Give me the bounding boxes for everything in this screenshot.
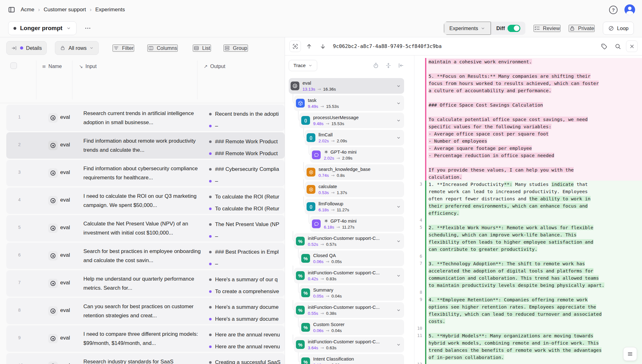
trace-node-row[interactable]: task9.49s→15.53s <box>294 95 404 111</box>
trace-view-selector[interactable]: Trace <box>289 60 317 71</box>
breadcrumb-project[interactable]: Customer support <box>44 7 86 13</box>
trace-node-row[interactable]: ()processUserMessage9.48s→15.53s <box>299 113 404 128</box>
diff-line-text: scheduling, which can improve work-life … <box>426 231 642 238</box>
trace-node-row[interactable]: eval13.13s→16.36s <box>289 78 404 94</box>
breadcrumb-section[interactable]: Experiments <box>95 7 125 13</box>
table-row[interactable]: 2evalFind information about remote work … <box>6 132 285 159</box>
trace-node-row[interactable]: %Intent Classification0.13s→0.08s <box>299 354 404 364</box>
table-row[interactable]: 3evalFind information about cybersecurit… <box>6 160 285 186</box>
timing-icon[interactable] <box>373 62 379 69</box>
trace-tree-node[interactable]: %initFunction-Customer support-C...0.55s… <box>289 302 404 318</box>
trace-tree-node[interactable]: ()processUserMessage9.48s→15.53s <box>289 113 404 128</box>
trace-tree-node[interactable]: %Closed QA0.06s→0.05s <box>289 251 404 266</box>
table-row[interactable]: 10evalResearch industry standards for Sa… <box>6 353 285 364</box>
chevron-down-icon[interactable] <box>396 135 401 140</box>
close-panel-button[interactable] <box>626 40 638 52</box>
trace-tree-node[interactable]: GPT-4o mini6.18s→11.27s <box>289 216 404 232</box>
chevron-down-icon[interactable] <box>396 204 401 209</box>
trace-tree-node[interactable]: %initFunction-Customer support-C...3.64s… <box>289 337 404 352</box>
scorer-span-icon: % <box>296 237 305 245</box>
rows-filter-button[interactable]: All rows <box>55 41 99 55</box>
trace-tree-node[interactable]: %Intent Classification0.13s→0.08s <box>289 354 404 364</box>
table-row[interactable]: 7evalHelp me understand our quarterly pe… <box>6 270 285 297</box>
trace-node-row[interactable]: %Closed QA0.06s→0.05s <box>299 251 404 266</box>
trace-tree-node[interactable]: %initFunction-Customer support-C...0.42s… <box>289 268 404 283</box>
trace-node-row[interactable]: calculate0.53s→1.37s <box>305 182 404 197</box>
target-icon <box>50 143 55 148</box>
experiment-selector[interactable]: Longer prompt <box>8 21 76 35</box>
chevron-down-icon[interactable] <box>396 273 401 278</box>
help-icon[interactable]: ? <box>609 6 618 14</box>
table-row[interactable]: 1evalResearch current trends in artifici… <box>6 105 285 131</box>
breadcrumb-org[interactable]: Acme <box>21 7 34 13</box>
trace-tree-node[interactable]: task9.49s→15.53s <box>289 95 404 111</box>
table-row[interactable]: 5evalCalculate the Net Present Value (NP… <box>6 215 285 241</box>
trace-node-durations: 0.13s→0.08s <box>313 362 401 364</box>
table-row[interactable]: 9evalI need to compare three different p… <box>6 325 285 352</box>
table-row[interactable]: 6evalSearch for best practices in employ… <box>6 243 285 269</box>
group-button[interactable]: Group <box>224 45 248 52</box>
tag-button[interactable] <box>598 41 610 52</box>
search-button[interactable] <box>612 41 624 52</box>
trace-node-row[interactable]: %initFunction-Customer support-C...3.64s… <box>294 337 404 352</box>
diff-line: 115. **Hybrid Models**: Many organizatio… <box>414 332 642 339</box>
expand-trace-button[interactable] <box>289 40 301 52</box>
diff-line-number <box>414 58 425 65</box>
view-selector[interactable]: Experiments <box>444 22 491 35</box>
output-text: Recent trends in the adopti <box>215 111 279 117</box>
chevron-down-icon[interactable] <box>396 342 401 347</box>
private-button[interactable]: Private <box>569 25 595 32</box>
column-header-input[interactable]: ↘ Input <box>79 64 97 69</box>
more-actions-icon[interactable] <box>82 23 93 34</box>
trace-node-row[interactable]: GPT-4o mini6.18s→11.27s <box>310 216 404 232</box>
trace-node-row[interactable]: %Custom Scorer0.06s→0.04s <box>299 319 404 335</box>
trace-tree-node[interactable]: eval13.13s→16.36s <box>289 78 404 94</box>
chevron-down-icon[interactable] <box>396 84 401 88</box>
review-button[interactable]: Review <box>534 25 560 32</box>
trace-tree-node[interactable]: search_knowledge_base0.74s→0.8s <box>289 164 404 180</box>
diff-changed-text: efficiency. <box>429 210 459 216</box>
diff-line <box>414 65 642 72</box>
trace-tree-node[interactable]: GPT-4o mini2.02s→2.09s <box>289 147 404 163</box>
trace-tree-node[interactable]: %initFunction-Customer support-C...0.52s… <box>289 233 404 249</box>
chevron-down-icon[interactable] <box>396 118 401 123</box>
diff-toggle[interactable] <box>508 25 520 32</box>
details-button[interactable]: Details <box>6 41 47 55</box>
trace-tree-node[interactable]: %Summary0.05s→0.04s <box>289 285 404 301</box>
trace-node-row[interactable]: search_knowledge_base0.74s→0.8s <box>305 164 404 180</box>
chevron-down-icon[interactable] <box>396 239 401 244</box>
trace-node-row[interactable]: ()llmCall2.02s→2.09s <box>305 130 404 145</box>
chevron-down-icon[interactable] <box>396 308 401 313</box>
trace-node-row[interactable]: ()llmFollowup6.18s→11.27s <box>305 199 404 214</box>
table-row[interactable]: 4evalI need to calculate the ROI on our … <box>6 187 285 214</box>
column-header-name[interactable]: ≡ Name <box>42 64 62 69</box>
collapse-all-icon[interactable] <box>385 62 392 69</box>
trace-node-row[interactable]: %Summary0.05s→0.04s <box>299 285 404 301</box>
trace-tree-node[interactable]: ()llmFollowup6.18s→11.27s <box>289 199 404 214</box>
select-all-checkbox[interactable] <box>10 62 17 69</box>
collapse-panel-icon[interactable] <box>398 62 404 69</box>
filter-button[interactable]: Filter <box>113 45 134 52</box>
trace-node-label: initFunction-Customer support-C... <box>308 339 380 345</box>
table-row[interactable]: 8evalCan you search for best practices o… <box>6 298 285 324</box>
trace-node-row[interactable]: GPT-4o mini2.02s→2.09s <box>310 147 404 163</box>
previous-row-button[interactable] <box>303 41 315 52</box>
trace-node-row[interactable]: %initFunction-Customer support-C...0.55s… <box>294 302 404 318</box>
trace-tree-node[interactable]: calculate0.53s→1.37s <box>289 182 404 197</box>
list-button[interactable]: List <box>193 45 211 52</box>
column-header-output[interactable]: ↗ Output <box>204 64 225 69</box>
loop-button[interactable]: Loop <box>603 22 634 35</box>
row-number: 3 <box>18 170 21 175</box>
avatar[interactable] <box>624 4 635 15</box>
sidebar-toggle-icon[interactable] <box>7 5 16 14</box>
columns-button[interactable]: Columns <box>147 45 178 52</box>
trace-node-row[interactable]: %initFunction-Customer support-C...0.42s… <box>294 268 404 283</box>
trace-node-row[interactable]: %initFunction-Customer support-C...0.52s… <box>294 233 404 249</box>
trace-tree-node[interactable]: %Custom Scorer0.06s→0.04s <box>289 319 404 335</box>
trace-node-durations: 0.06s→0.05s <box>313 259 401 264</box>
trace-tree-node[interactable]: ()llmCall2.02s→2.09s <box>289 130 404 145</box>
next-row-button[interactable] <box>317 41 329 52</box>
raw-view-toggle-button[interactable] <box>623 347 637 361</box>
chevron-down-icon[interactable] <box>396 101 401 106</box>
trace-tree: eval13.13s→16.36stask9.49s→15.53s()proce… <box>289 78 404 364</box>
